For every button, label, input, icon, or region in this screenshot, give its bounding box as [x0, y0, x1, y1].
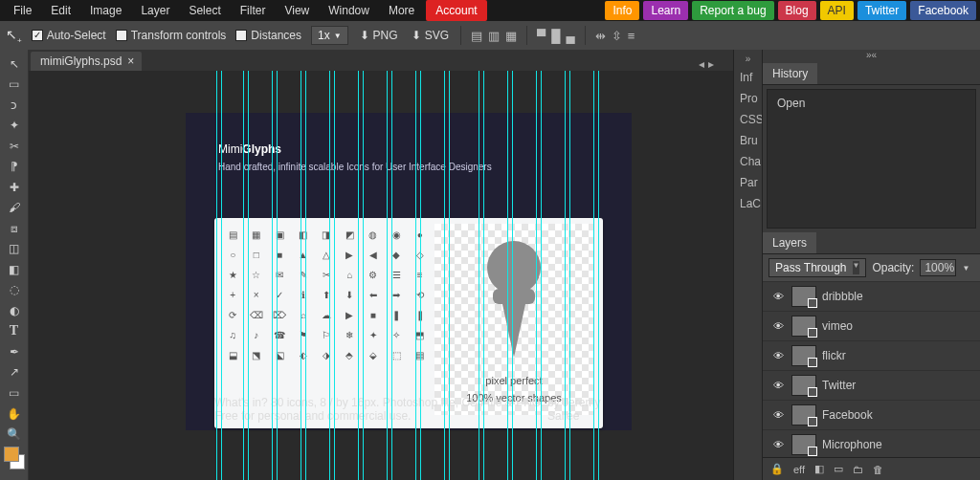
- menu-edit[interactable]: Edit: [41, 0, 80, 21]
- layer-row[interactable]: 👁vimeo: [763, 311, 980, 340]
- canvas[interactable]: MimiGlyphs Hand crafted, infinite scalab…: [29, 71, 733, 480]
- menu-filter[interactable]: Filter: [231, 0, 276, 21]
- layers-panel-tab[interactable]: Layers: [763, 232, 816, 253]
- panel-tab-css[interactable]: CSS: [734, 109, 762, 130]
- blur-tool[interactable]: ◌: [2, 280, 27, 301]
- stamp-tool[interactable]: ⧈: [2, 218, 27, 239]
- dodge-tool[interactable]: ◐: [2, 300, 27, 321]
- panel-tab-paragraph[interactable]: Par: [734, 172, 762, 193]
- brush-tool[interactable]: 🖌: [2, 198, 27, 219]
- layer-row[interactable]: 👁flickr: [763, 340, 980, 370]
- collapse-right-icon[interactable]: »: [734, 54, 762, 67]
- link-blog[interactable]: Blog: [778, 1, 816, 20]
- layer-row[interactable]: 👁dribbble: [763, 281, 980, 311]
- gradient-tool[interactable]: ◧: [2, 259, 27, 280]
- panel-tab-brush[interactable]: Bru: [734, 130, 762, 151]
- hand-tool[interactable]: ✋: [2, 404, 27, 425]
- fx-button[interactable]: eff: [793, 464, 805, 475]
- artwork-title: MimiGlyphs: [218, 136, 632, 158]
- menu-view[interactable]: View: [275, 0, 319, 21]
- glyph-icon: ▶: [343, 250, 356, 260]
- link-twitter[interactable]: Twitter: [858, 1, 906, 20]
- lasso-tool[interactable]: ɔ: [2, 95, 27, 116]
- blend-mode-select[interactable]: Pass Through▼: [768, 258, 866, 277]
- glyph-icon: +: [226, 290, 239, 300]
- marquee-tool[interactable]: ▭: [2, 75, 27, 96]
- panel-tab-character[interactable]: Cha: [734, 151, 762, 172]
- align-top-icon[interactable]: ▀: [537, 29, 546, 43]
- history-panel-tab[interactable]: History: [763, 63, 817, 84]
- align-middle-icon[interactable]: █: [551, 29, 560, 43]
- eye-icon[interactable]: 👁: [770, 320, 786, 332]
- layer-row[interactable]: 👁Twitter: [763, 370, 980, 400]
- align-right-icon[interactable]: ▦: [505, 29, 517, 43]
- transform-controls-label: Transform controls: [131, 29, 227, 42]
- menu-image[interactable]: Image: [80, 0, 131, 21]
- scroll-tabs-left[interactable]: ◂: [699, 57, 704, 71]
- shape-tool[interactable]: ▭: [2, 382, 27, 404]
- menu-more[interactable]: More: [379, 0, 424, 21]
- new-folder-icon[interactable]: 🗀: [853, 464, 863, 475]
- mask-button-icon[interactable]: ◧: [814, 463, 824, 475]
- eye-icon[interactable]: 👁: [770, 409, 786, 421]
- eye-icon[interactable]: 👁: [770, 350, 786, 361]
- distribute-v-icon[interactable]: ⇳: [612, 29, 622, 43]
- collapse-left-icon[interactable]: »«: [763, 50, 980, 63]
- align-bottom-icon[interactable]: ▄: [566, 29, 574, 43]
- pen-tool[interactable]: ✒: [2, 341, 27, 362]
- zoom-select[interactable]: 1x▼: [311, 26, 348, 45]
- export-svg-button[interactable]: ⬇SVG: [410, 27, 451, 44]
- crop-tool[interactable]: ✂: [2, 136, 27, 157]
- chevron-down-icon[interactable]: ▼: [962, 264, 969, 273]
- distribute-h-icon[interactable]: ⇹: [595, 29, 606, 43]
- panel-tab-info[interactable]: Inf: [734, 67, 762, 88]
- distances-checkbox[interactable]: Distances: [235, 29, 301, 42]
- menu-file[interactable]: File: [4, 0, 41, 21]
- link-api[interactable]: API: [820, 1, 854, 20]
- panel-tab-properties[interactable]: Pro: [734, 88, 762, 109]
- eye-icon[interactable]: 👁: [770, 380, 786, 391]
- eyedropper-tool[interactable]: ⁋: [2, 157, 27, 178]
- layer-row[interactable]: 👁Facebook: [763, 400, 980, 429]
- menu-account[interactable]: Account: [426, 0, 486, 21]
- wand-tool[interactable]: ✦: [2, 116, 27, 137]
- eye-icon[interactable]: 👁: [770, 439, 786, 450]
- link-facebook[interactable]: Facebook: [910, 1, 976, 20]
- menu-layer[interactable]: Layer: [131, 0, 179, 21]
- glyph-icon: ⟳: [226, 310, 239, 320]
- document-tab[interactable]: mimiGlyphs.psd ×: [31, 52, 142, 71]
- type-tool[interactable]: T: [2, 321, 27, 342]
- lock-layer-icon[interactable]: 🔒: [770, 463, 784, 475]
- panel-tab-layer-comps[interactable]: LaC: [734, 193, 762, 214]
- align-center-h-icon[interactable]: ▥: [488, 29, 500, 43]
- eye-icon[interactable]: 👁: [770, 291, 786, 302]
- equal-gaps-icon[interactable]: ≡: [628, 29, 635, 43]
- align-left-icon[interactable]: ▤: [471, 29, 482, 43]
- glyph-icon: ⌕: [296, 310, 309, 320]
- glyph-icon: ⬕: [273, 350, 286, 360]
- auto-select-checkbox[interactable]: ✓Auto-Select: [32, 29, 106, 42]
- divider: [526, 26, 527, 45]
- zoom-tool[interactable]: 🔍: [2, 424, 27, 445]
- menu-window[interactable]: Window: [319, 0, 379, 21]
- menu-select[interactable]: Select: [179, 0, 230, 21]
- color-swatches[interactable]: [2, 445, 27, 476]
- link-report-bug[interactable]: Report a bug: [692, 1, 773, 20]
- path-tool[interactable]: ↗: [2, 362, 27, 383]
- glyph-icon: ▦: [249, 229, 262, 240]
- transform-controls-checkbox[interactable]: Transform controls: [116, 29, 227, 42]
- scroll-tabs-right[interactable]: ▸: [708, 57, 714, 71]
- eraser-tool[interactable]: ◫: [2, 239, 27, 260]
- export-png-button[interactable]: ⬇PNG: [358, 27, 400, 44]
- layer-row[interactable]: 👁Microphone: [763, 429, 980, 457]
- heal-tool[interactable]: ✚: [2, 177, 27, 198]
- history-item-open[interactable]: Open: [771, 94, 971, 113]
- move-tool[interactable]: ↖: [2, 54, 27, 75]
- link-info[interactable]: Info: [605, 1, 639, 20]
- opacity-input[interactable]: 100%: [920, 259, 956, 276]
- close-tab-icon[interactable]: ×: [127, 55, 134, 68]
- new-adjustment-icon[interactable]: ▭: [834, 463, 843, 475]
- delete-layer-icon[interactable]: 🗑: [873, 464, 883, 475]
- foreground-color[interactable]: [4, 447, 19, 462]
- link-learn[interactable]: Learn: [643, 1, 688, 20]
